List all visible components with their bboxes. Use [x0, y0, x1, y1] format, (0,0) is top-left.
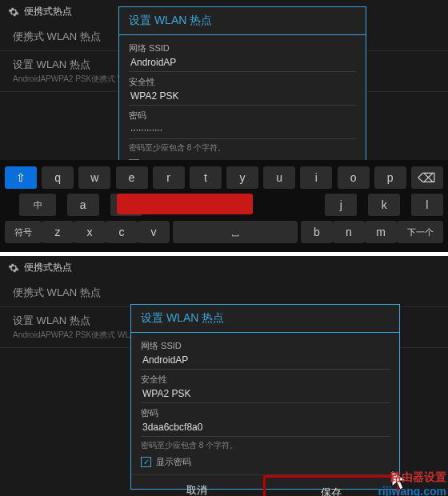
- security-label: 安全性: [129, 76, 356, 88]
- item-label: 便携式 WLAN 热点: [13, 286, 435, 300]
- portable-hotspot-item[interactable]: 便携式 WLAN 热点: [0, 279, 448, 307]
- key-y[interactable]: y: [226, 166, 258, 189]
- soft-keyboard: ⇧ q w e r t y u i o p ⌫ 中 a s j k l 符: [0, 160, 448, 252]
- watermark: 路由器设置 rijiwang.com: [378, 470, 446, 496]
- security-label: 安全性: [141, 374, 390, 386]
- watermark-line1: 路由器设置: [378, 470, 446, 485]
- key-o[interactable]: o: [338, 166, 370, 189]
- key-p[interactable]: p: [374, 166, 406, 189]
- ssid-label: 网络 SSID: [141, 340, 390, 352]
- redacted-area: [117, 194, 253, 214]
- key-m[interactable]: m: [365, 221, 397, 243]
- hotspot-dialog: 设置 WLAN 热点 网络 SSID AndroidAP 安全性 WPA2 PS…: [118, 6, 366, 166]
- key-c[interactable]: c: [106, 221, 138, 243]
- symbols-key[interactable]: 符号: [5, 221, 42, 243]
- gear-icon: [8, 262, 19, 274]
- checkbox-icon: ✓: [141, 457, 151, 467]
- password-input[interactable]: ············: [129, 122, 356, 139]
- password-label: 密码: [129, 110, 356, 122]
- shift-key[interactable]: ⇧: [5, 166, 37, 189]
- password-label: 密码: [141, 407, 390, 419]
- ssid-input[interactable]: AndroidAP: [129, 54, 356, 72]
- key-q[interactable]: q: [42, 166, 74, 189]
- key-n[interactable]: n: [333, 221, 365, 243]
- dialog-title: 设置 WLAN 热点: [131, 305, 399, 333]
- security-select[interactable]: WPA2 PSK: [141, 386, 390, 403]
- key-a[interactable]: a: [67, 194, 99, 216]
- space-key[interactable]: ⎵: [173, 221, 298, 243]
- key-i[interactable]: i: [300, 166, 332, 189]
- header-title: 便携式热点: [24, 261, 72, 274]
- dialog-title: 设置 WLAN 热点: [119, 7, 366, 35]
- key-z[interactable]: z: [42, 221, 74, 243]
- key-t[interactable]: t: [190, 166, 222, 189]
- key-j[interactable]: j: [325, 194, 357, 216]
- key-r[interactable]: r: [153, 166, 185, 189]
- watermark-line2: rijiwang.com: [378, 485, 446, 496]
- lang-key[interactable]: 中: [19, 194, 56, 216]
- security-select[interactable]: WPA2 PSK: [129, 88, 356, 106]
- backspace-key[interactable]: ⌫: [411, 166, 443, 189]
- gear-icon: [8, 6, 19, 18]
- settings-header-bottom: 便携式热点: [0, 256, 448, 279]
- hotspot-dialog: 设置 WLAN 热点 网络 SSID AndroidAP 安全性 WPA2 PS…: [130, 304, 400, 490]
- cancel-button[interactable]: 取消: [131, 475, 263, 496]
- next-key[interactable]: 下一个: [397, 221, 443, 243]
- key-k[interactable]: k: [368, 194, 400, 216]
- key-u[interactable]: u: [263, 166, 295, 189]
- header-title: 便携式热点: [24, 5, 72, 18]
- ssid-label: 网络 SSID: [129, 42, 356, 54]
- key-l[interactable]: l: [411, 194, 443, 216]
- key-x[interactable]: x: [74, 221, 106, 243]
- password-hint: 密码至少应包含 8 个字符。: [141, 440, 390, 451]
- password-hint: 密码至少应包含 8 个字符。: [129, 142, 356, 154]
- show-password-label: 显示密码: [156, 456, 191, 468]
- password-input[interactable]: 3daa6cbcf8a0: [141, 419, 390, 437]
- key-v[interactable]: v: [138, 221, 170, 243]
- show-password-row[interactable]: ✓ 显示密码: [141, 456, 390, 468]
- key-b[interactable]: b: [301, 221, 333, 243]
- key-e[interactable]: e: [116, 166, 148, 189]
- ssid-input[interactable]: AndroidAP: [141, 352, 390, 370]
- key-w[interactable]: w: [78, 166, 110, 189]
